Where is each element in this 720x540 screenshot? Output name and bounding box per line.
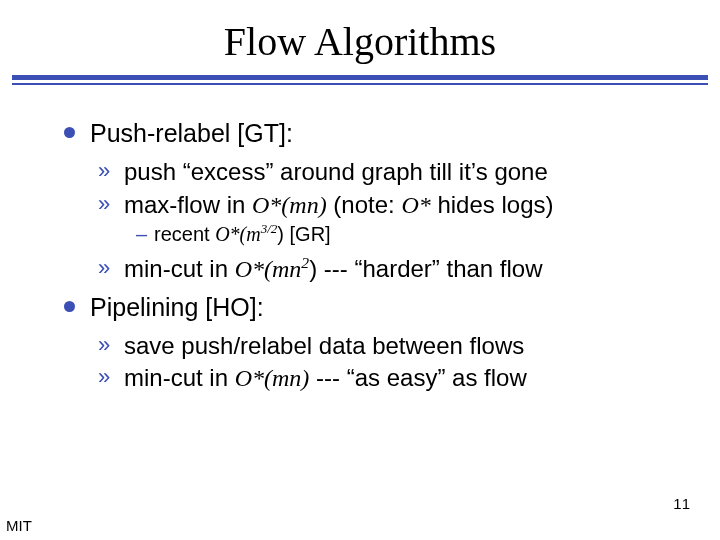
math-frag: O* (401, 192, 430, 218)
page-number: 11 (673, 495, 690, 512)
bullet-level2: » min-cut in O*(mn2) --- “harder” than f… (98, 254, 680, 285)
bullet-text: max-flow in O*(mn) (note: O* hides logs) (124, 191, 553, 218)
text-frag: min-cut in (124, 364, 235, 391)
raquo-icon: » (98, 254, 110, 282)
bullet-text: min-cut in O*(mn) --- “as easy” as flow (124, 364, 527, 391)
text-frag: hides logs) (431, 191, 554, 218)
text-frag: ) --- “harder” than flow (309, 255, 542, 282)
bullet-level1: Pipelining [HO]: (64, 291, 680, 323)
text-frag: (note: (327, 191, 402, 218)
bullet-text: push “excess” around graph till it’s gon… (124, 158, 548, 185)
footer-text: MIT (6, 517, 32, 534)
dash-icon: – (136, 222, 147, 248)
slide-title: Flow Algorithms (0, 0, 720, 75)
bullet-level2: » push “excess” around graph till it’s g… (98, 157, 680, 188)
dot-icon (64, 301, 75, 312)
bullet-level1: Push-relabel [GT]: (64, 117, 680, 149)
raquo-icon: » (98, 331, 110, 359)
bullet-text: Pipelining [HO]: (90, 293, 264, 321)
math-base: O*(m (215, 223, 261, 245)
math-base: O*(mn (235, 256, 302, 282)
math-frag: O*(mn) (252, 192, 327, 218)
rule-thick (12, 75, 708, 80)
math-frag: O*(m3/2 (215, 223, 277, 245)
math-exp: 2 (301, 254, 309, 271)
slide-body: Push-relabel [GT]: » push “excess” aroun… (0, 85, 720, 394)
bullet-text: save push/relabel data between flows (124, 332, 524, 359)
math-frag: O*(mn) (235, 365, 310, 391)
raquo-icon: » (98, 157, 110, 185)
bullet-level2: » min-cut in O*(mn) --- “as easy” as flo… (98, 363, 680, 394)
text-frag: min-cut in (124, 255, 235, 282)
bullet-level3: – recent O*(m3/2) [GR] (136, 222, 680, 248)
raquo-icon: » (98, 190, 110, 218)
text-frag: max-flow in (124, 191, 252, 218)
title-rule (0, 75, 720, 85)
math-frag: O*(mn2 (235, 256, 309, 282)
text-frag: ) [GR] (277, 223, 330, 245)
bullet-level2: » save push/relabel data between flows (98, 331, 680, 362)
slide: Flow Algorithms Push-relabel [GT]: » pus… (0, 0, 720, 540)
text-frag: recent (154, 223, 215, 245)
raquo-icon: » (98, 363, 110, 391)
bullet-text: recent O*(m3/2) [GR] (154, 223, 331, 245)
text-frag: --- “as easy” as flow (309, 364, 526, 391)
bullet-text: min-cut in O*(mn2) --- “harder” than flo… (124, 255, 543, 282)
bullet-text: Push-relabel [GT]: (90, 119, 293, 147)
math-exp: 3/2 (261, 222, 278, 237)
bullet-level2: » max-flow in O*(mn) (note: O* hides log… (98, 190, 680, 221)
dot-icon (64, 127, 75, 138)
